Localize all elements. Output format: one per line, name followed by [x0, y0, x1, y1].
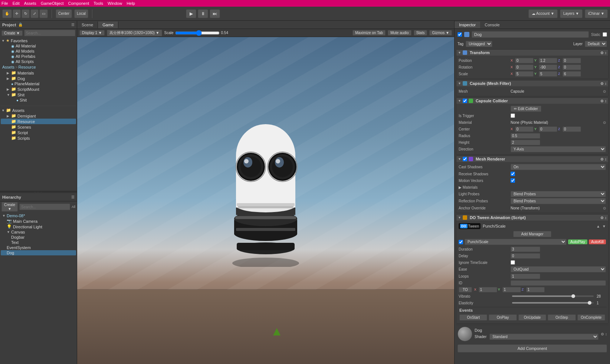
- radius-input[interactable]: 0.5: [511, 133, 540, 139]
- ichinbar-button[interactable]: iChinar ▼: [585, 9, 608, 18]
- add-component-btn[interactable]: Add Component: [458, 344, 607, 353]
- tree-dog[interactable]: ▶ 📁 Dog: [1, 76, 76, 81]
- tree-resource[interactable]: 📁 Resource: [1, 119, 76, 124]
- scale-tool[interactable]: ⤢: [30, 9, 39, 18]
- collider-settings[interactable]: ⚙ ↕: [600, 99, 607, 103]
- scl-z-input[interactable]: 6: [563, 71, 581, 77]
- tree-shit-folder[interactable]: ▼ 📁 Shit: [1, 92, 76, 97]
- punch-scale-checkbox[interactable]: [459, 240, 463, 244]
- rot-z-input[interactable]: 0: [563, 64, 581, 70]
- add-manager-btn[interactable]: Add Manager: [513, 231, 551, 237]
- stats-btn[interactable]: Stats: [414, 30, 427, 36]
- renderer-enabled[interactable]: [463, 157, 467, 161]
- tree-all-material[interactable]: ◉ All Material: [1, 43, 76, 49]
- tree-scenes[interactable]: 📁 Scenes: [1, 124, 76, 130]
- tree-all-prefabs[interactable]: ◉ All Prefabs: [1, 54, 76, 59]
- tab-scene[interactable]: Scene: [77, 21, 98, 28]
- to-z-input[interactable]: 1: [526, 287, 545, 292]
- local-button[interactable]: Local: [74, 9, 88, 18]
- scl-x-input[interactable]: 5: [515, 71, 534, 77]
- tree-script[interactable]: 📁 Script: [1, 130, 76, 135]
- center-y-input[interactable]: 0: [539, 126, 557, 132]
- menu-help[interactable]: Help: [127, 1, 135, 6]
- rotate-tool[interactable]: ↻: [22, 9, 30, 18]
- tree-demigiant[interactable]: ▶ 📁 Demigiant: [1, 113, 76, 119]
- mesh-filter-header[interactable]: ▼ Capsule (Mesh Filter) ⚙ ↕: [456, 80, 608, 86]
- hier-dog[interactable]: Dog: [1, 250, 76, 255]
- resource-label[interactable]: Resource: [18, 65, 36, 69]
- height-input[interactable]: 2: [511, 140, 540, 145]
- anchor-dot[interactable]: ⊙: [603, 206, 606, 210]
- tab-inspector[interactable]: Inspector: [455, 21, 480, 28]
- tree-assets-root[interactable]: ▼ 📁 Assets: [1, 107, 76, 113]
- layers-button[interactable]: Layers ▼: [560, 9, 583, 18]
- scale-slider[interactable]: [175, 30, 220, 36]
- project-panel-menu[interactable]: ☰: [71, 23, 75, 27]
- mesh-dot[interactable]: ⊙: [603, 89, 606, 93]
- is-trigger-checkbox[interactable]: [511, 113, 515, 118]
- autokill-btn[interactable]: AutoKill: [589, 239, 606, 244]
- reflection-probes-select[interactable]: Blend Probes: [511, 198, 606, 204]
- go-name-input[interactable]: [472, 31, 589, 38]
- transform-settings[interactable]: ⚙ ↕: [600, 51, 607, 55]
- mesh-renderer-header[interactable]: ▼ Mesh Renderer ⚙ ↕: [456, 156, 608, 162]
- go-active-checkbox[interactable]: [458, 32, 462, 37]
- material-settings[interactable]: ⚙ ↕: [601, 332, 607, 336]
- ignore-timescale-checkbox[interactable]: [511, 260, 515, 265]
- menu-component[interactable]: Component: [68, 1, 89, 6]
- edit-collider-btn[interactable]: ✏ Edit Collider: [511, 106, 541, 112]
- pause-button[interactable]: ⏸: [198, 9, 208, 18]
- tree-all-models[interactable]: ◉ All Models: [1, 49, 76, 54]
- receive-shadows-checkbox[interactable]: [511, 172, 515, 176]
- ease-select[interactable]: OutQuad InQuad Linear: [511, 266, 606, 272]
- hier-main-camera[interactable]: 📷 Main Camera: [1, 218, 76, 224]
- hierarchy-panel-menu[interactable]: ☰: [71, 195, 75, 199]
- resolution-select[interactable]: 高分辨率1080 (1920×1080) ▼: [107, 30, 162, 36]
- hier-text[interactable]: Text: [1, 240, 76, 245]
- cast-shadows-select[interactable]: On Off: [511, 164, 606, 170]
- onstep-btn[interactable]: OnStep: [548, 314, 575, 321]
- collider-material-dot[interactable]: ⊙: [603, 120, 606, 125]
- scl-y-input[interactable]: 5: [539, 71, 557, 77]
- punch-scale-select[interactable]: Punch/Scale: [465, 239, 567, 245]
- tree-all-scripts[interactable]: ◉ All Scripts: [1, 59, 76, 64]
- hier-directional-light[interactable]: 💡 Directional Light: [1, 224, 76, 229]
- center-button[interactable]: Center: [56, 9, 72, 18]
- loops-input[interactable]: 1: [511, 274, 540, 279]
- menu-file[interactable]: File: [1, 1, 8, 6]
- id-input[interactable]: [511, 280, 606, 286]
- menu-window[interactable]: Window: [108, 1, 122, 6]
- hierarchy-create-btn[interactable]: Create ▼: [1, 202, 18, 212]
- pos-x-input[interactable]: 0: [515, 58, 534, 63]
- static-checkbox[interactable]: [603, 32, 607, 37]
- tree-materials[interactable]: ▶ 📁 Materials: [1, 70, 76, 76]
- project-create-btn[interactable]: Create ▼: [1, 30, 23, 36]
- step-button[interactable]: ⏭: [210, 9, 220, 18]
- menu-assets[interactable]: Assets: [24, 1, 36, 6]
- pos-y-input[interactable]: 1.2: [539, 58, 557, 63]
- hier-canvas[interactable]: ▼ Canvas: [1, 229, 76, 235]
- onstart-btn[interactable]: OnStart: [459, 314, 487, 321]
- dotween-header[interactable]: ▼ DO Tween Animation (Script) ⚙ ↕: [456, 215, 608, 221]
- center-x-input[interactable]: 0: [515, 126, 534, 132]
- mute-btn[interactable]: Mute audio: [388, 30, 411, 36]
- vibrato-slider-thumb[interactable]: [571, 294, 575, 298]
- maximize-btn[interactable]: Maximize on Tab: [352, 30, 386, 36]
- collider-enabled[interactable]: [463, 99, 467, 103]
- favorites-header[interactable]: ▼ ★ Favorites: [1, 38, 76, 43]
- hand-tool[interactable]: ✋: [2, 9, 12, 18]
- rot-y-input[interactable]: -90: [539, 64, 557, 70]
- pos-z-input[interactable]: 0: [563, 58, 581, 63]
- account-button[interactable]: ☁ Account ▼: [528, 9, 558, 18]
- to-y-input[interactable]: 1: [502, 287, 521, 292]
- direction-select[interactable]: Y-Axis X-Axis Z-Axis: [511, 146, 606, 152]
- tree-script-mount[interactable]: ▶ 📁 ScriptMount: [1, 86, 76, 92]
- tab-game[interactable]: Game: [98, 21, 118, 28]
- project-search-input[interactable]: [24, 30, 75, 36]
- renderer-settings[interactable]: ⚙ ↕: [600, 157, 607, 161]
- duration-input[interactable]: 3: [511, 246, 540, 252]
- delay-input[interactable]: 0: [511, 253, 540, 259]
- menu-edit[interactable]: Edit: [13, 1, 20, 6]
- to-button[interactable]: TO: [459, 287, 472, 292]
- tree-plane-material[interactable]: ● PlaneMaterial: [1, 81, 76, 86]
